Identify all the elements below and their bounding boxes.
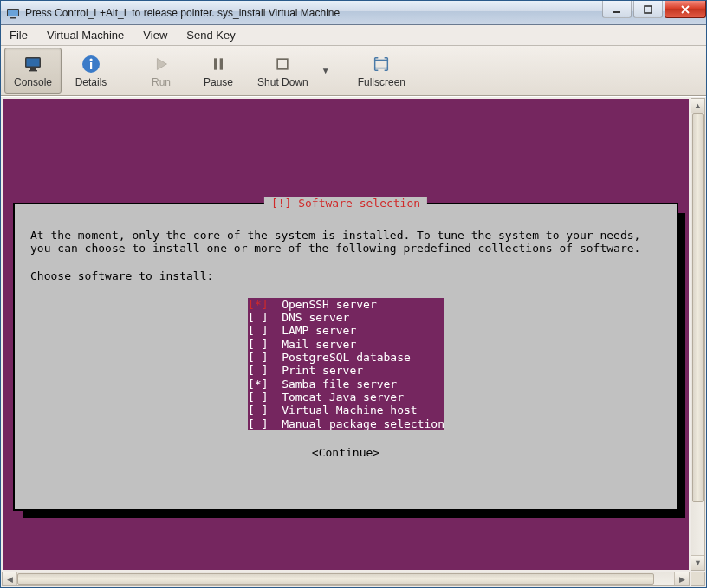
details-button[interactable]: Details bbox=[63, 48, 119, 94]
svg-rect-14 bbox=[278, 59, 289, 69]
run-button[interactable]: Run bbox=[133, 48, 189, 94]
svg-point-11 bbox=[90, 58, 93, 61]
scroll-down-arrow[interactable]: ▼ bbox=[691, 555, 704, 570]
svg-rect-1 bbox=[8, 10, 18, 16]
scroll-left-arrow[interactable]: ◀ bbox=[3, 572, 17, 585]
software-item[interactable]: [ ] Manual package selection bbox=[248, 417, 444, 430]
toolbar-label: Pause bbox=[204, 76, 233, 88]
monitor-icon bbox=[23, 54, 43, 74]
dialog-title: [!] Software selection bbox=[264, 197, 427, 210]
scroll-right-arrow[interactable]: ▶ bbox=[674, 572, 689, 585]
vm-viewport-container: [!] Software selection At the moment, on… bbox=[1, 96, 706, 587]
vm-screen[interactable]: [!] Software selection At the moment, on… bbox=[3, 99, 689, 570]
software-item[interactable]: [ ] PostgreSQL database bbox=[248, 351, 444, 364]
svg-rect-15 bbox=[375, 60, 388, 68]
play-icon bbox=[151, 54, 172, 74]
toolbar-separator bbox=[341, 53, 341, 88]
close-button[interactable] bbox=[665, 1, 706, 18]
scroll-thumb[interactable] bbox=[17, 573, 654, 585]
pause-icon bbox=[208, 54, 229, 74]
toolbar-label: Run bbox=[152, 76, 171, 88]
menu-send-key[interactable]: Send Key bbox=[183, 27, 238, 43]
vertical-scrollbar[interactable]: ▲ ▼ bbox=[691, 98, 705, 571]
toolbar-separator bbox=[126, 53, 126, 88]
menu-file[interactable]: File bbox=[6, 27, 31, 43]
menu-virtual-machine[interactable]: Virtual Machine bbox=[43, 27, 127, 43]
software-item[interactable]: [ ] Print server bbox=[248, 364, 444, 377]
svg-rect-12 bbox=[214, 58, 217, 69]
horizontal-scrollbar[interactable]: ◀ ▶ bbox=[2, 572, 690, 586]
scrollbar-corner bbox=[691, 572, 705, 586]
minimize-button[interactable] bbox=[602, 1, 632, 18]
svg-rect-13 bbox=[220, 58, 223, 69]
toolbar-label: Details bbox=[75, 76, 107, 88]
toolbar-label: Shut Down bbox=[257, 76, 308, 88]
toolbar: Console Details Run Pause Shut Down ▼ bbox=[1, 46, 706, 96]
menubar: File Virtual Machine View Send Key bbox=[1, 25, 706, 46]
software-list[interactable]: [*] OpenSSH server[ ] DNS server[ ] LAMP… bbox=[248, 298, 444, 430]
software-item[interactable]: [ ] DNS server bbox=[248, 311, 444, 324]
scroll-track[interactable] bbox=[691, 113, 704, 555]
software-item[interactable]: [ ] LAMP server bbox=[248, 324, 444, 337]
maximize-button[interactable] bbox=[633, 1, 663, 18]
continue-button[interactable]: <Continue> bbox=[30, 446, 661, 459]
fullscreen-button[interactable]: Fullscreen bbox=[348, 48, 415, 94]
console-button[interactable]: Console bbox=[4, 48, 62, 94]
svg-rect-3 bbox=[613, 11, 620, 13]
svg-rect-10 bbox=[90, 62, 92, 69]
shutdown-dropdown[interactable]: ▼ bbox=[318, 66, 334, 75]
menu-view[interactable]: View bbox=[139, 27, 171, 43]
stop-icon bbox=[272, 54, 293, 74]
svg-rect-7 bbox=[30, 68, 36, 70]
software-item[interactable]: [ ] Virtual Machine host bbox=[248, 404, 444, 417]
dialog-intro-text: At the moment, only the core of the syst… bbox=[30, 229, 661, 255]
dialog-prompt: Choose software to install: bbox=[30, 269, 661, 282]
software-item[interactable]: [*] OpenSSH server bbox=[248, 298, 444, 311]
dialog-panel: [!] Software selection At the moment, on… bbox=[13, 203, 678, 511]
window-titlebar: Press Control_L+Alt_L to release pointer… bbox=[1, 1, 706, 25]
scroll-track[interactable] bbox=[17, 572, 674, 585]
app-icon bbox=[6, 6, 20, 20]
svg-rect-8 bbox=[29, 70, 37, 71]
software-item[interactable]: [ ] Tomcat Java server bbox=[248, 391, 444, 404]
svg-rect-2 bbox=[10, 17, 16, 19]
toolbar-label: Fullscreen bbox=[358, 76, 405, 88]
shutdown-button[interactable]: Shut Down bbox=[248, 51, 318, 91]
scroll-thumb[interactable] bbox=[692, 113, 704, 502]
info-icon bbox=[81, 54, 101, 74]
software-item[interactable]: [*] Samba file server bbox=[248, 378, 444, 391]
svg-rect-6 bbox=[27, 58, 40, 66]
pause-button[interactable]: Pause bbox=[191, 48, 246, 94]
window-title: Press Control_L+Alt_L to release pointer… bbox=[25, 7, 703, 19]
software-item[interactable]: [ ] Mail server bbox=[248, 338, 444, 351]
svg-rect-4 bbox=[645, 6, 652, 13]
toolbar-label: Console bbox=[14, 76, 52, 88]
installer-dialog: [!] Software selection At the moment, on… bbox=[13, 203, 678, 511]
fullscreen-icon bbox=[371, 54, 392, 74]
scroll-up-arrow[interactable]: ▲ bbox=[691, 99, 704, 113]
